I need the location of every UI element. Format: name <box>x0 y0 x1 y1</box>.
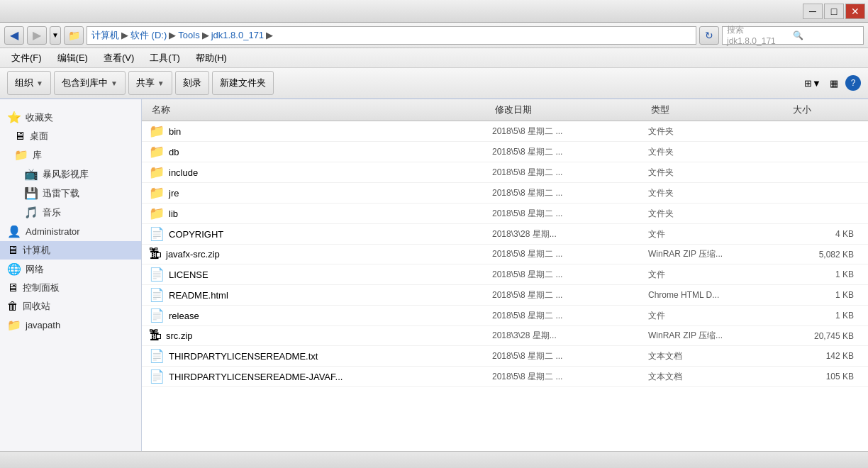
sidebar-item-computer[interactable]: 🖥 计算机 <box>0 241 141 260</box>
view-list-button[interactable]: ⊞▼ <box>803 73 823 93</box>
table-row[interactable]: 🗜 javafx-src.zip 2018\5\8 星期二 ... WinRAR… <box>142 245 868 264</box>
file-name-text: db <box>169 147 179 157</box>
file-type: 文本文档 <box>648 371 790 383</box>
sidebar-item-baofeng[interactable]: 📺 暴风影视库 <box>0 165 141 184</box>
sidebar-music-label: 音乐 <box>43 206 61 219</box>
folder-icon: 📁 <box>149 185 165 201</box>
sidebar-item-desktop[interactable]: 🖥 桌面 <box>0 127 141 145</box>
zip-icon: 🗜 <box>149 247 162 262</box>
table-row[interactable]: 📁 db 2018\5\8 星期二 ... 文件夹 <box>142 142 868 162</box>
table-row[interactable]: 📁 lib 2018\5\8 星期二 ... 文件夹 <box>142 204 868 224</box>
baofeng-icon: 📺 <box>24 167 38 181</box>
share-button[interactable]: 共享 ▼ <box>128 71 172 95</box>
file-icon: 📄 <box>149 226 165 242</box>
file-date: 2018\5\8 星期二 ... <box>492 187 648 199</box>
table-row[interactable]: 📄 THIRDPARTYLICENSEREADME.txt 2018\5\8 星… <box>142 346 868 367</box>
help-button[interactable]: ? <box>845 75 861 91</box>
file-name: 🗜 src.zip <box>149 328 492 343</box>
file-icon: 📄 <box>149 308 165 323</box>
sidebar-item-controlpanel[interactable]: 🖥 控制面板 <box>0 279 141 297</box>
file-name-text: include <box>169 167 198 178</box>
maximize-button[interactable]: □ <box>824 4 844 19</box>
sidebar-item-favorites[interactable]: ⭐ 收藏夹 <box>0 108 141 127</box>
sidebar-item-administrator[interactable]: 👤 Administrator <box>0 222 141 241</box>
sidebar-baofeng-label: 暴风影视库 <box>43 168 89 181</box>
file-name-text: COPYRIGHT <box>169 229 223 240</box>
file-type: Chrome HTML D... <box>648 290 790 300</box>
file-name-text: jre <box>169 188 179 199</box>
file-date: 2018\3\28 星期... <box>492 330 648 342</box>
file-type: 文件夹 <box>648 208 790 220</box>
search-icon[interactable]: 🔍 <box>793 30 859 40</box>
forward-button[interactable]: ▶ <box>27 26 47 45</box>
new-folder-button[interactable]: 新建文件夹 <box>212 71 274 95</box>
address-path[interactable]: 计算机 ▶ 软件 (D:) ▶ Tools ▶ jdk1.8.0_171 ▶ <box>87 26 696 45</box>
file-name: 📄 COPYRIGHT <box>149 226 492 242</box>
library-icon: 📁 <box>14 148 28 162</box>
path-jdk[interactable]: jdk1.8.0_171 <box>211 30 264 40</box>
title-bar: ─ □ ✕ <box>0 0 868 23</box>
burn-button[interactable]: 刻录 <box>175 71 209 95</box>
file-name: 🗜 javafx-src.zip <box>149 247 492 262</box>
table-row[interactable]: 📄 COPYRIGHT 2018\3\28 星期... 文件 4 KB <box>142 224 868 245</box>
minimize-button[interactable]: ─ <box>803 4 823 19</box>
burn-label: 刻录 <box>183 77 201 89</box>
sidebar-item-network[interactable]: 🌐 网络 <box>0 260 141 279</box>
add-to-library-arrow: ▼ <box>111 79 118 87</box>
table-row[interactable]: 📄 README.html 2018\5\8 星期二 ... Chrome HT… <box>142 285 868 306</box>
back-button[interactable]: ◀ <box>4 26 24 45</box>
add-to-library-label: 包含到库中 <box>62 77 108 89</box>
file-name: 📄 README.html <box>149 287 492 303</box>
sidebar-item-recycle[interactable]: 🗑 回收站 <box>0 297 141 316</box>
path-drive[interactable]: 软件 (D:) <box>130 29 167 42</box>
organize-button[interactable]: 组织 ▼ <box>7 71 51 95</box>
search-box[interactable]: 搜索 jdk1.8.0_171 🔍 <box>722 26 864 45</box>
table-row[interactable]: 📄 release 2018\5\8 星期二 ... 文件 1 KB <box>142 306 868 326</box>
menu-tools[interactable]: 工具(T) <box>143 50 187 67</box>
file-name-text: LICENSE <box>169 269 208 280</box>
sidebar-library-label: 库 <box>33 149 42 162</box>
file-name: 📄 THIRDPARTYLICENSEREADME.txt <box>149 348 492 364</box>
file-size: 1 KB <box>790 269 861 279</box>
nav-dropdown-button[interactable]: ▼ <box>50 26 61 45</box>
folder-icon: 📁 <box>149 144 165 160</box>
admin-icon: 👤 <box>7 225 21 238</box>
sidebar-item-xunlei[interactable]: 💾 迅雷下载 <box>0 184 141 203</box>
file-type: 文本文档 <box>648 350 790 362</box>
col-header-type[interactable]: 类型 <box>648 102 790 118</box>
table-row[interactable]: 📁 jre 2018\5\8 星期二 ... 文件夹 <box>142 183 868 204</box>
table-row[interactable]: 🗜 src.zip 2018\3\28 星期... WinRAR ZIP 压缩.… <box>142 326 868 346</box>
table-row[interactable]: 📁 include 2018\5\8 星期二 ... 文件夹 <box>142 162 868 183</box>
zip-icon: 🗜 <box>149 328 162 343</box>
menu-file[interactable]: 文件(F) <box>4 50 49 67</box>
menu-help[interactable]: 帮助(H) <box>189 50 234 67</box>
sidebar-network-label: 网络 <box>26 263 44 276</box>
sidebar-item-music[interactable]: 🎵 音乐 <box>0 203 141 222</box>
close-button[interactable]: ✕ <box>845 4 865 19</box>
menu-edit[interactable]: 编辑(E) <box>50 50 95 67</box>
sidebar: ⭐ 收藏夹 🖥 桌面 📁 库 📺 暴风影视库 💾 迅雷下载 🎵 音乐 <box>0 99 142 451</box>
main-layout: ⭐ 收藏夹 🖥 桌面 📁 库 📺 暴风影视库 💾 迅雷下载 🎵 音乐 <box>0 99 868 451</box>
file-name: 📁 db <box>149 144 492 160</box>
view-pane-button[interactable]: ▦ <box>824 73 844 93</box>
path-computer[interactable]: 计算机 <box>91 29 119 42</box>
sidebar-admin-label: Administrator <box>26 226 80 237</box>
table-row[interactable]: 📄 THIRDPARTYLICENSEREADME-JAVAF... 2018\… <box>142 367 868 387</box>
file-rows-container: 📁 bin 2018\5\8 星期二 ... 文件夹 📁 db 2018\5\8… <box>142 121 868 387</box>
col-header-name[interactable]: 名称 <box>149 102 492 118</box>
file-name-text: THIRDPARTYLICENSEREADME.txt <box>169 351 318 362</box>
refresh-button[interactable]: ↻ <box>699 26 719 45</box>
col-header-date[interactable]: 修改日期 <box>492 102 648 118</box>
controlpanel-icon: 🖥 <box>7 282 18 294</box>
sidebar-item-javapath[interactable]: 📁 javapath <box>0 316 141 335</box>
menu-bar: 文件(F) 编辑(E) 查看(V) 工具(T) 帮助(H) <box>0 48 868 68</box>
sidebar-item-library[interactable]: 📁 库 <box>0 145 141 165</box>
add-to-library-button[interactable]: 包含到库中 ▼ <box>54 71 126 95</box>
path-tools[interactable]: Tools <box>178 30 199 40</box>
col-header-size[interactable]: 大小 <box>790 102 861 118</box>
table-row[interactable]: 📄 LICENSE 2018\5\8 星期二 ... 文件 1 KB <box>142 264 868 285</box>
table-row[interactable]: 📁 bin 2018\5\8 星期二 ... 文件夹 <box>142 121 868 142</box>
menu-view[interactable]: 查看(V) <box>96 50 141 67</box>
file-name: 📁 lib <box>149 206 492 221</box>
file-name: 📄 THIRDPARTYLICENSEREADME-JAVAF... <box>149 369 492 384</box>
